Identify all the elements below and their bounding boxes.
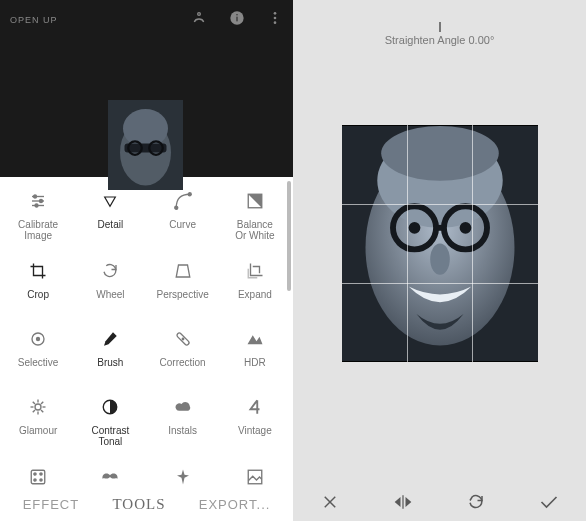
tool-vintage[interactable]: Vintage	[219, 387, 291, 457]
rotate-icon	[101, 259, 119, 283]
svg-line-32	[41, 410, 43, 412]
rotate-button[interactable]	[456, 493, 496, 515]
tool-detail[interactable]: Detail	[74, 181, 146, 251]
spark-icon	[175, 465, 191, 487]
svg-point-45	[381, 126, 499, 181]
image-icon	[246, 465, 264, 487]
svg-line-31	[33, 402, 35, 404]
perspective-icon	[174, 259, 192, 283]
svg-point-39	[34, 479, 36, 481]
tool-crop[interactable]: Crop	[2, 251, 74, 319]
tool-label: Curve	[169, 219, 196, 239]
tool-label: Correction	[160, 357, 206, 377]
tool-label: Crop	[27, 289, 49, 309]
four-icon	[247, 395, 263, 419]
mustache-icon	[100, 465, 120, 487]
straighten-panel: Straighten Angle 0.00°	[293, 0, 586, 521]
crop-image[interactable]	[342, 125, 538, 362]
action-bar	[293, 487, 586, 521]
tool-row5c[interactable]	[147, 457, 219, 487]
face-photo	[342, 125, 538, 362]
angle-slider[interactable]: Straighten Angle 0.00°	[293, 0, 586, 50]
svg-point-19	[174, 206, 177, 209]
expand-icon	[246, 259, 264, 283]
tool-wheel[interactable]: Wheel	[74, 251, 146, 319]
svg-line-34	[41, 402, 43, 404]
tool-label: Contrast Tonal	[91, 425, 129, 447]
face-placeholder	[48, 100, 243, 190]
tools-panel: OPEN UP	[0, 0, 293, 521]
tab-tools[interactable]: TOOLS	[112, 496, 165, 513]
tool-row5a[interactable]	[2, 457, 74, 487]
tool-row5d[interactable]	[219, 457, 291, 487]
svg-point-37	[34, 473, 36, 475]
tool-label: Detail	[98, 219, 124, 239]
curve-icon	[174, 189, 192, 213]
tool-selective[interactable]: Selective	[2, 319, 74, 387]
svg-point-49	[408, 222, 420, 234]
tool-label: Wheel	[96, 289, 124, 309]
info-icon[interactable]	[229, 10, 245, 30]
svg-point-20	[188, 193, 191, 196]
svg-point-23	[37, 338, 40, 341]
svg-point-17	[40, 200, 43, 203]
tool-label: HDR	[244, 357, 266, 377]
slider-tick	[439, 22, 441, 32]
tool-instals[interactable]: Instals	[147, 387, 219, 457]
svg-point-50	[459, 222, 471, 234]
tab-effect[interactable]: EFFECT	[23, 497, 80, 512]
tool-label: Calibrate Image	[18, 219, 58, 241]
confirm-button[interactable]	[529, 494, 569, 514]
tool-row5b[interactable]	[74, 457, 146, 487]
sliders-icon	[28, 189, 48, 213]
share-icon[interactable]	[191, 10, 207, 30]
svg-point-26	[35, 404, 41, 410]
tool-contrast[interactable]: Contrast Tonal	[74, 387, 146, 457]
header-bar: OPEN UP	[0, 0, 293, 40]
open-label[interactable]: OPEN UP	[10, 15, 58, 25]
tool-hdr[interactable]: HDR	[219, 319, 291, 387]
bottom-tabs: EFFECT TOOLS EXPORT...	[0, 487, 293, 521]
svg-point-6	[274, 21, 277, 24]
tool-calibrate[interactable]: Calibrate Image	[2, 181, 74, 251]
tool-expand[interactable]: Expand	[219, 251, 291, 319]
svg-point-40	[40, 479, 42, 481]
tool-label: Balance Or White	[235, 219, 274, 241]
tools-grid-container: Calibrate ImageDetailCurveBalance Or Whi…	[0, 177, 293, 487]
crop-icon	[29, 259, 47, 283]
tool-brush[interactable]: Brush	[74, 319, 146, 387]
tab-export[interactable]: EXPORT...	[199, 497, 271, 512]
preview-thumbnail	[48, 100, 243, 190]
half-circle-icon	[101, 395, 119, 419]
svg-point-18	[35, 204, 38, 207]
svg-rect-2	[236, 17, 237, 22]
tool-curve[interactable]: Curve	[147, 181, 219, 251]
svg-point-4	[274, 12, 277, 15]
tool-label: Vintage	[238, 425, 272, 445]
image-preview-dimmed: OPEN UP	[0, 0, 293, 177]
tool-label: Glamour	[19, 425, 57, 445]
svg-point-51	[430, 244, 450, 275]
svg-point-25	[182, 338, 184, 340]
svg-rect-3	[236, 14, 237, 15]
flip-button[interactable]	[383, 494, 423, 514]
crop-canvas[interactable]	[293, 50, 586, 487]
cancel-button[interactable]	[310, 493, 350, 515]
tool-correction[interactable]: Correction	[147, 319, 219, 387]
tool-glamour[interactable]: Glamour	[2, 387, 74, 457]
target-icon	[29, 327, 47, 351]
bandage-icon	[174, 327, 192, 351]
svg-point-16	[34, 195, 37, 198]
tool-label: Instals	[168, 425, 197, 445]
triangle-down-icon	[101, 189, 119, 213]
tool-balance[interactable]: Balance Or White	[219, 181, 291, 251]
dice-icon	[29, 465, 47, 487]
tool-perspective[interactable]: Perspective	[147, 251, 219, 319]
tool-label: Selective	[18, 357, 59, 377]
tool-label: Perspective	[157, 289, 209, 309]
wb-icon	[246, 189, 264, 213]
more-vert-icon[interactable]	[267, 10, 283, 30]
tool-label: Brush	[97, 357, 123, 377]
sparkle-icon	[29, 395, 47, 419]
tool-label: Expand	[238, 289, 272, 309]
